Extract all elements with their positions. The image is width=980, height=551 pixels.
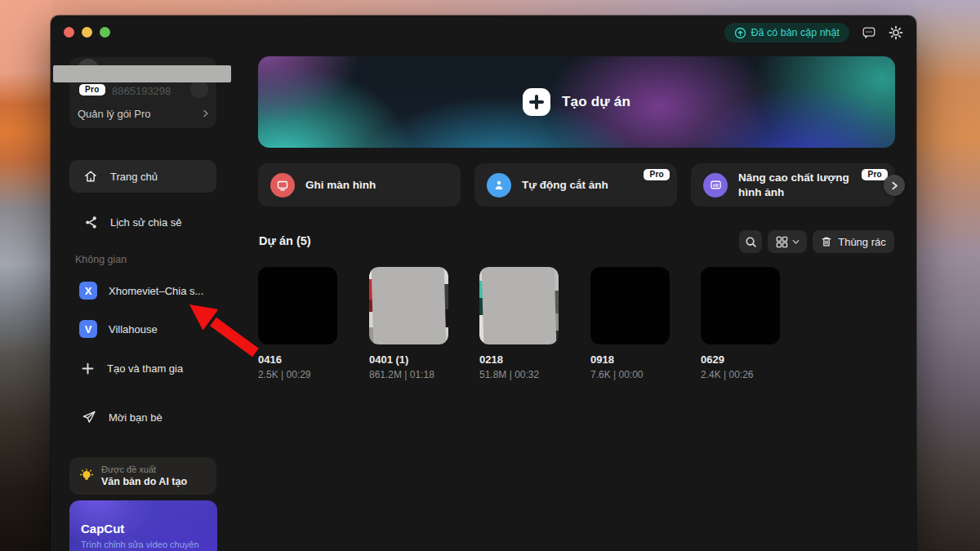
project-meta: 861.2M | 01:18 [369,369,448,380]
home-icon [82,169,99,184]
titlebar-actions: Đã có bản cập nhật [724,23,903,42]
project-meta: 2.5K | 00:29 [258,369,337,380]
settings-gear-icon[interactable] [889,25,903,40]
create-project-label: Tạo dự án [562,94,630,110]
sidebar-item-label: Trang chủ [110,171,158,183]
project-card[interactable]: 0416 2.5K | 00:29 [258,267,337,380]
project-title: 0218 [479,353,559,366]
quick-actions-scroll-right-button[interactable] [884,175,905,196]
enhance-image-button[interactable]: HD Nâng cao chất lượng hình ảnh Pro [691,163,895,207]
update-available-button[interactable]: Đã có bản cập nhật [724,23,849,42]
project-card[interactable]: 0918 7.6K | 00:00 [590,267,670,380]
workspace-label: Xhomeviet–Chia s... [109,285,203,297]
capcut-window: Đã có bản cập nhật [51,16,916,551]
redacted-username [53,65,231,82]
sidebar-item-invite-friends[interactable]: Mời bạn bè [69,407,216,428]
project-thumbnail[interactable] [479,267,559,344]
grid-view-icon [776,236,788,248]
feedback-icon[interactable] [862,25,876,40]
create-project-banner[interactable]: Tạo dự án [258,56,895,148]
pro-badge: Pro [79,84,105,96]
project-thumbnail[interactable] [369,267,448,344]
project-title: 0629 [701,353,780,366]
manage-pro-link[interactable]: Quản lý gói Pro [78,104,210,122]
project-card[interactable]: 0401 (1) 861.2M | 01:18 [369,267,448,380]
screen-record-button[interactable]: Ghi màn hình [258,163,461,207]
suggestion-eyebrow: Được đề xuất [101,464,187,474]
suggestion-title: Văn bản do AI tạo [101,476,187,487]
screen-record-icon [270,173,295,198]
auto-cutout-button[interactable]: Tự động cắt ảnh Pro [474,163,677,207]
project-thumbnail[interactable] [258,267,337,344]
search-icon [745,236,757,248]
svg-text:HD: HD [713,184,719,188]
project-meta: 7.6K | 00:00 [590,369,670,380]
sidebar-item-share-history[interactable]: Lịch sử chia sẻ [69,211,216,233]
wallpaper-mountain-right [915,0,980,551]
quick-action-label: Ghi màn hình [305,178,403,193]
profile-id: 8865193298 [112,85,171,97]
fullscreen-button[interactable] [100,27,110,38]
plus-icon [523,88,550,116]
paper-plane-icon [81,410,97,424]
sidebar-item-home[interactable]: Trang chủ [69,160,216,193]
workspace-x-icon: X [79,282,97,300]
project-title: 0401 (1) [369,353,448,366]
capcut-banner-title: CapCut [81,522,217,535]
capcut-banner-subtitle: Trình chỉnh sửa video chuyên [81,540,217,549]
hd-icon: HD [703,173,728,198]
project-title: 0918 [590,353,670,366]
project-title: 0416 [258,353,337,366]
capcut-promo-banner[interactable]: CapCut Trình chỉnh sửa video chuyên [69,500,217,551]
projects-section-title: Dự án (5) [259,234,311,247]
avatar-secondary [190,80,208,98]
sidebar-item-workspace-xhomeviet[interactable]: X Xhomeviet–Chia s... [69,280,216,301]
sidebar-item-label: Mời bạn bè [109,411,163,424]
minimize-button[interactable] [82,27,92,38]
trash-icon [821,236,832,247]
sidebar-item-label: Lịch sử chia sẻ [110,216,181,229]
window-controls [64,27,110,38]
manage-pro-label: Quản lý gói Pro [78,108,151,120]
project-thumbnail[interactable] [701,267,780,344]
workspace-v-icon: V [79,320,97,338]
plus-icon [79,362,96,375]
trash-button[interactable]: Thùng rác [813,230,894,253]
pro-badge: Pro [862,169,888,180]
update-label: Đã có bản cập nhật [751,27,840,38]
desktop-background: Đã có bản cập nhật [0,0,980,551]
close-button[interactable] [64,27,74,38]
sidebar-item-workspace-villahouse[interactable]: V Villahouse [69,318,216,340]
sidebar-item-create-join[interactable]: Tạo và tham gia [69,358,216,379]
sidebar-item-label: Tạo và tham gia [107,362,183,375]
chevron-down-icon [792,238,800,246]
share-icon [82,216,99,229]
project-meta: 51.8M | 00:32 [479,369,559,380]
lightbulb-icon [79,469,94,483]
pro-badge: Pro [644,169,670,180]
workspace-section-label: Không gian [75,254,127,265]
quick-action-label: Tự động cắt ảnh [522,178,636,193]
suggestion-card[interactable]: Được đề xuất Văn bản do AI tạo [69,457,216,495]
trash-label: Thùng rác [838,236,886,248]
profile-card[interactable]: Pro 8865193298 Quản lý gói Pro [69,57,216,128]
project-meta: 2.4K | 00:26 [701,369,780,380]
project-card[interactable]: 0218 51.8M | 00:32 [479,267,559,380]
chevron-right-icon [202,109,210,118]
redacted-thumbnail-overlay [482,267,557,344]
project-card[interactable]: 0629 2.4K | 00:26 [701,267,780,380]
redacted-thumbnail-overlay [372,267,447,344]
view-mode-dropdown[interactable] [768,230,807,253]
workspace-label: Villahouse [109,323,158,335]
auto-cutout-icon [487,173,511,198]
search-button[interactable] [739,230,762,253]
wallpaper-mountain-left [0,0,52,551]
arrow-up-circle-icon [734,27,746,39]
project-thumbnail[interactable] [590,267,670,344]
